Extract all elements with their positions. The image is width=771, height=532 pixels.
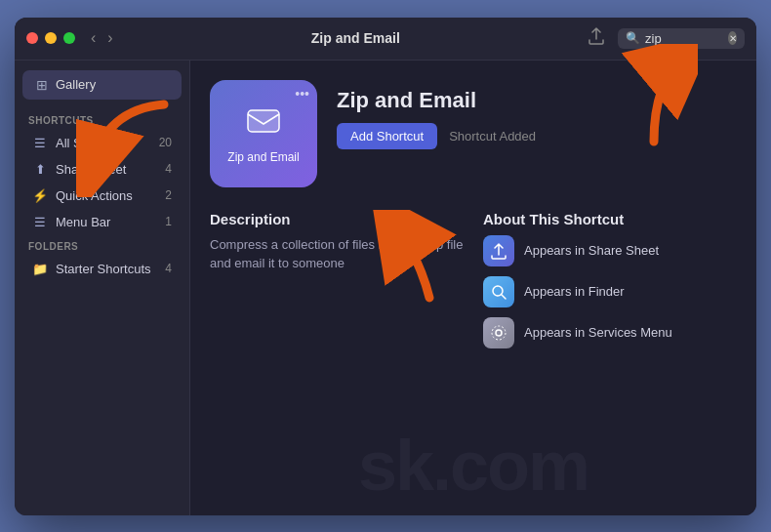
shortcut-card-menu[interactable]: ••• (295, 86, 309, 102)
description-title: Description (210, 211, 464, 227)
share-sheet-about-label: Appears in Share Sheet (524, 243, 659, 258)
svg-line-2 (502, 295, 506, 299)
watermark: sk.com (190, 426, 756, 506)
shortcut-added-label: Shortcut Added (449, 129, 536, 143)
starter-shortcuts-count: 4 (165, 262, 172, 275)
shortcut-name: Zip and Email (337, 88, 536, 113)
content-area: sk.com ••• Zip and Email Zip and Email (190, 61, 756, 515)
share-sheet-count: 4 (165, 162, 172, 176)
share-button[interactable] (583, 25, 610, 51)
services-about-icon (483, 317, 514, 348)
folders-section-title: Folders (15, 235, 189, 256)
shortcut-header: ••• Zip and Email Zip and Email Add Shor… (210, 80, 737, 187)
nav-buttons: ‹ › (87, 27, 117, 49)
share-sheet-label: Share Sheet (56, 162, 157, 177)
shortcut-info: Zip and Email Add Shortcut Shortcut Adde… (337, 80, 536, 149)
description-text: Compress a collection of files into one … (210, 235, 464, 273)
gallery-label: Gallery (56, 77, 96, 92)
svg-rect-0 (248, 110, 279, 132)
sidebar-item-all-shortcuts[interactable]: ☰ All Shortcuts 20 (19, 130, 185, 156)
about-title: About This Shortcut (483, 211, 737, 227)
shortcut-card: ••• Zip and Email (210, 80, 317, 187)
sidebar-item-menu-bar[interactable]: ☰ Menu Bar 1 (19, 209, 185, 235)
app-window: ‹ › Zip and Email 🔍 ✕ ⊞ Gallery Shor (15, 18, 756, 515)
starter-shortcuts-icon: 📁 (32, 262, 48, 276)
minimize-button[interactable] (45, 32, 57, 44)
quick-actions-count: 2 (165, 188, 172, 202)
forward-button[interactable]: › (103, 27, 116, 49)
all-shortcuts-label: All Shortcuts (56, 136, 151, 150)
main-content: ⊞ Gallery Shortcuts ☰ All Shortcuts 20 ⬆… (15, 61, 756, 515)
about-section: About This Shortcut Appears in Share She… (483, 211, 737, 358)
svg-point-3 (496, 330, 502, 336)
menu-bar-count: 1 (165, 215, 172, 228)
sidebar-item-starter-shortcuts[interactable]: 📁 Starter Shortcuts 4 (19, 256, 185, 282)
shortcut-card-label: Zip and Email (227, 150, 299, 164)
about-item-share-sheet: Appears in Share Sheet (483, 235, 737, 266)
share-sheet-icon: ⬆ (32, 162, 48, 177)
share-sheet-about-icon (483, 235, 514, 266)
all-shortcuts-icon: ☰ (32, 136, 48, 150)
menu-bar-label: Menu Bar (56, 215, 157, 229)
shortcuts-section-title: Shortcuts (15, 109, 189, 130)
back-button[interactable]: ‹ (87, 27, 100, 49)
description-section: Description Compress a collection of fil… (210, 211, 464, 358)
shortcut-card-icon (246, 102, 281, 144)
sidebar-item-share-sheet[interactable]: ⬆ Share Sheet 4 (19, 156, 185, 183)
shortcut-action-bar: Add Shortcut Shortcut Added (337, 123, 536, 149)
starter-shortcuts-label: Starter Shortcuts (56, 262, 157, 276)
window-title: Zip and Email (129, 30, 583, 46)
about-item-services: Appears in Services Menu (483, 317, 737, 348)
maximize-button[interactable] (63, 32, 75, 44)
menu-bar-icon: ☰ (32, 215, 48, 229)
traffic-lights (26, 32, 75, 44)
close-button[interactable] (26, 32, 38, 44)
sidebar: ⊞ Gallery Shortcuts ☰ All Shortcuts 20 ⬆… (15, 61, 190, 515)
sidebar-item-quick-actions[interactable]: ⚡ Quick Actions 2 (19, 183, 185, 209)
titlebar: ‹ › Zip and Email 🔍 ✕ (15, 18, 756, 61)
about-item-finder: Appears in Finder (483, 276, 737, 307)
search-clear-button[interactable]: ✕ (728, 31, 737, 45)
details-grid: Description Compress a collection of fil… (210, 211, 737, 358)
search-icon: 🔍 (626, 31, 640, 45)
all-shortcuts-count: 20 (159, 136, 172, 149)
search-input[interactable] (645, 31, 723, 46)
quick-actions-icon: ⚡ (32, 188, 48, 203)
gallery-item[interactable]: ⊞ Gallery (22, 70, 182, 100)
finder-about-icon (483, 276, 514, 307)
add-shortcut-button[interactable]: Add Shortcut (337, 123, 437, 149)
titlebar-actions: 🔍 ✕ (583, 25, 745, 51)
svg-point-4 (492, 326, 506, 340)
quick-actions-label: Quick Actions (56, 188, 157, 203)
search-box[interactable]: 🔍 ✕ (618, 28, 745, 49)
services-about-label: Appears in Services Menu (524, 325, 672, 340)
gallery-icon: ⊞ (36, 77, 48, 93)
finder-about-label: Appears in Finder (524, 284, 625, 299)
